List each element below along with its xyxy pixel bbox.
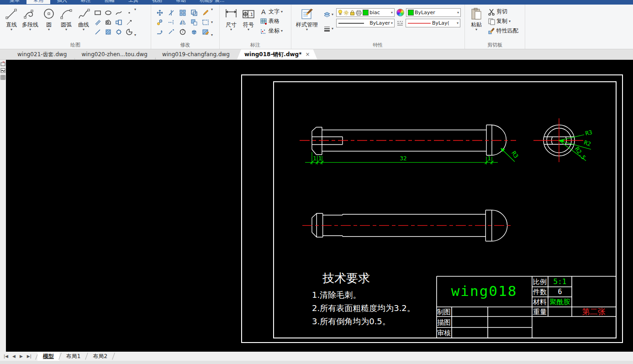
erase-pencil-icon[interactable] <box>202 9 209 16</box>
style-manager-button[interactable]: 样式管理▾ <box>294 7 320 32</box>
region-icon[interactable] <box>105 19 112 26</box>
menu-tab-help[interactable]: 帮助 <box>169 0 193 4</box>
tech-req-item-2: 2.所有表面粗糙度均为3.2。 <box>312 303 415 313</box>
bolt-icon[interactable] <box>115 19 122 26</box>
break-icon[interactable] <box>168 9 175 16</box>
symbol-button[interactable]: .1 符号▾ <box>240 7 257 32</box>
lineweight-combo[interactable]: ByLayer ▾ <box>336 19 395 27</box>
qty-label: 件数 <box>533 288 547 296</box>
nav-first-button[interactable]: |◀ <box>4 354 8 359</box>
linetype-combo-dropdown[interactable]: ▾ <box>457 21 459 25</box>
layer-tool-button[interactable]: ▾ <box>322 10 334 19</box>
rotate-copy-icon[interactable] <box>156 19 164 26</box>
segment-icon[interactable] <box>94 28 101 36</box>
stretch-icon[interactable] <box>156 28 164 36</box>
nav-next-button[interactable]: ▶ <box>20 354 23 359</box>
tab-layout2[interactable]: 布局2 <box>87 352 113 361</box>
dimension-button[interactable]: 尺寸▾ <box>222 7 240 32</box>
point-icon[interactable] <box>126 9 133 16</box>
pie-icon[interactable] <box>126 28 133 36</box>
layers-icon <box>323 11 331 18</box>
layer-combo-dropdown[interactable]: ▾ <box>391 11 393 15</box>
text-button[interactable]: A 文字▾ <box>259 7 284 16</box>
drawing-canvas-area[interactable]: 1 1 32 1 R3 R3 R2 R2.5 <box>0 60 633 352</box>
rectangle-icon[interactable] <box>94 9 101 16</box>
tab-layout1[interactable]: 布局1 <box>61 352 86 361</box>
trim-icon[interactable] <box>168 19 175 26</box>
menu-tab-tools[interactable]: 工具 <box>121 0 145 4</box>
rect-select-icon[interactable] <box>202 19 209 26</box>
mirror-icon[interactable] <box>179 19 186 26</box>
array-icon[interactable] <box>179 9 186 16</box>
hatch-edit-dropdown[interactable]: ▾ <box>211 33 213 37</box>
sun-icon <box>343 10 349 16</box>
ellipse-icon[interactable] <box>105 9 112 16</box>
dim-r2-end: R2 <box>583 139 592 148</box>
lineweight-tool-button[interactable]: ▾ <box>322 24 334 33</box>
sheet-note: 第二张 <box>582 307 606 316</box>
linetype-icon[interactable] <box>396 20 404 27</box>
menu-tab-view[interactable]: 视图 <box>145 0 169 4</box>
paste-button[interactable]: 粘贴▾ <box>468 7 485 32</box>
menu-item-menu[interactable]: 菜单 <box>3 0 26 4</box>
spline-button[interactable]: 曲线▾ <box>75 7 92 32</box>
dim-r3-side: R3 <box>510 150 520 159</box>
file-tab-wing021[interactable]: wing021-齿套.dwg <box>10 49 74 59</box>
tech-req-item-1: 1.清除毛刺。 <box>312 290 361 300</box>
nav-last-button[interactable]: ▶| <box>27 354 32 359</box>
status-bar <box>0 361 633 364</box>
move-icon[interactable] <box>156 9 164 16</box>
select-dropdown[interactable]: ▾ <box>211 21 213 24</box>
segment-dropdown[interactable]: ▾ <box>134 33 136 37</box>
erase-dropdown[interactable]: ▾ <box>211 8 213 11</box>
linetype-combo[interactable]: ByLay( ▾ <box>406 19 460 27</box>
circle-button[interactable]: 圆▾ <box>40 7 58 32</box>
ribbon-group-clipboard: 粘贴▾ 剪切 复制▾ 特性匹配 剪切板 <box>465 5 525 49</box>
hatch-lines-icon[interactable] <box>94 19 101 26</box>
nav-prev-button[interactable]: ◀ <box>12 354 16 359</box>
file-tab-wing019[interactable]: wing019-changfang.dwg <box>155 49 237 59</box>
line-button[interactable]: 直线▾ <box>3 7 20 32</box>
sheet-tool-icon[interactable] <box>0 61 5 66</box>
spline-icon <box>77 7 90 21</box>
color-wheel-icon[interactable] <box>396 9 404 16</box>
close-icon[interactable]: × <box>305 51 310 58</box>
tab-model[interactable]: 模型 <box>37 352 59 361</box>
curve-tool-icon[interactable] <box>115 9 122 16</box>
overlap-icon[interactable] <box>190 19 198 26</box>
copy-block-icon[interactable] <box>190 9 198 16</box>
color-combo-dropdown[interactable]: ▾ <box>457 11 459 15</box>
file-tab-wing020[interactable]: wing020-zhen...tou.dwg <box>74 49 154 59</box>
file-tab-wing018[interactable]: wing018-销钉.dwg* × <box>237 49 317 59</box>
rotate-icon[interactable] <box>179 28 186 36</box>
cut-button[interactable]: 剪切 <box>487 7 519 16</box>
pin-side-view-top <box>312 125 506 156</box>
layer-combo[interactable]: biac ▾ <box>336 8 395 17</box>
menu-tab-extensions[interactable]: 功能扩展... <box>193 0 232 4</box>
polyline-button[interactable]: 多段线▾ <box>20 7 40 32</box>
arrow-icon[interactable] <box>126 19 133 26</box>
color-combo[interactable]: ByLayer ▾ <box>406 8 461 17</box>
menu-tab-insert[interactable]: 插入 <box>50 0 74 4</box>
extend-icon[interactable] <box>168 28 175 36</box>
image-panel-icon[interactable] <box>0 68 5 73</box>
orbit-3d-icon[interactable] <box>190 28 198 36</box>
menu-tab-annotate[interactable]: 标注 <box>74 0 98 4</box>
menu-tab-home[interactable]: 常用 <box>26 0 50 4</box>
lineweight-combo-dropdown[interactable]: ▾ <box>391 21 393 25</box>
copy-button[interactable]: 复制▾ <box>487 16 519 26</box>
hatch-edit-icon[interactable] <box>202 28 209 36</box>
hatch-icon[interactable] <box>105 28 112 36</box>
table-button[interactable]: 表格 <box>259 16 284 26</box>
radius-texts-end: R3 R2 R2.5 <box>574 129 593 161</box>
rectangle-dropdown[interactable]: ▾ <box>134 8 136 11</box>
table-panel-icon[interactable] <box>0 75 5 80</box>
coordinate-button[interactable]: 坐标▾ <box>259 26 284 36</box>
gear-icon[interactable] <box>115 28 122 36</box>
drawing-viewport[interactable]: 1 1 32 1 R3 R3 R2 R2.5 <box>6 60 633 352</box>
dimension-lines-top <box>305 148 515 164</box>
arc-button[interactable]: 圆弧▾ <box>58 7 75 32</box>
ribbon-group-draw: 直线▾ 多段线▾ 圆▾ 圆弧▾ 曲线▾ <box>0 5 151 49</box>
menu-tab-sheet[interactable]: 图幅 <box>98 0 121 4</box>
match-properties-button[interactable]: 特性匹配 <box>487 26 519 36</box>
